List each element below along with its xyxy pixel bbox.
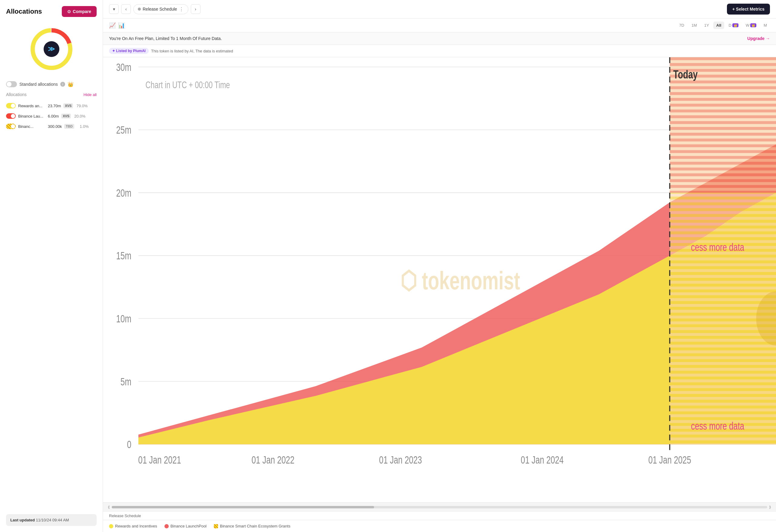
tab-dot [138, 8, 141, 11]
legend-label-ecosystem: Binance Smart Chain Ecosystem Grants [220, 524, 290, 528]
donut-chart-wrapper: ≫ [6, 22, 96, 76]
time-m[interactable]: M [761, 21, 770, 29]
launchpool-toggle[interactable] [6, 113, 16, 119]
svg-text:cess more data: cess more data [691, 420, 744, 432]
time-all[interactable]: All [713, 21, 725, 29]
crown-icon: 👑 [67, 81, 73, 87]
legend-item-launchpool: Binance LaunchPool [165, 524, 207, 528]
release-schedule-tab[interactable]: Release Schedule ⋮ [133, 4, 188, 14]
launchpool-name: Binance Lau... [18, 114, 45, 119]
chart-area: 30m 25m 20m 15m 10m 5m 0 Chart in UTC + … [103, 57, 776, 502]
svg-text:01 Jan 2024: 01 Jan 2024 [521, 454, 564, 466]
ecosystem-pct: 1.0% [76, 124, 89, 129]
legend-label-rewards: Rewards and Incentives [115, 524, 157, 528]
rewards-badge: XVS [63, 103, 73, 108]
ecosystem-toggle[interactable] [6, 124, 16, 129]
time-filters: 7D 1M 1Y All D 👑 W 👑 M [676, 21, 770, 29]
svg-text:Today: Today [673, 68, 698, 81]
scroll-bar-area: ⟪ ⟫ [103, 502, 776, 511]
scroll-thumb[interactable] [112, 506, 374, 508]
tab-label: Release Schedule [143, 7, 177, 11]
launchpool-badge: XVS [61, 114, 71, 119]
allocation-item-rewards: Rewards an... 23.70m XVS 79.0% [6, 101, 96, 111]
launchpool-pct: 20.0% [73, 114, 85, 119]
svg-text:25m: 25m [116, 124, 132, 136]
svg-text:10m: 10m [116, 313, 132, 325]
svg-text:20m: 20m [116, 187, 132, 199]
rewards-pct: 79.0% [75, 104, 87, 108]
ecosystem-value: 300.00k [48, 124, 62, 129]
chart-svg: 30m 25m 20m 15m 10m 5m 0 Chart in UTC + … [103, 57, 776, 502]
last-updated-bar: Last updated 11/10/24 09:44 AM [6, 514, 96, 526]
bar-chart-icon[interactable]: 📊 [118, 22, 125, 29]
compare-icon: ⊙ [67, 9, 71, 14]
left-panel: Allocations ⊙ Compare ≫ Standard allocat… [0, 0, 103, 532]
legend-dot-launchpool [165, 524, 169, 528]
plum-badge: ✦ Listed by PlumAI [109, 48, 149, 54]
standard-allocations-toggle[interactable] [6, 81, 17, 87]
notice-text: You're On An Free Plan, Limited To 1 Mon… [109, 36, 222, 41]
svg-text:01 Jan 2022: 01 Jan 2022 [252, 454, 295, 466]
prev-button[interactable]: ‹ [121, 4, 131, 14]
allocations-header: Allocations Hide all [6, 92, 96, 97]
rewards-name: Rewards an... [18, 104, 45, 108]
select-metrics-button[interactable]: + Select Metrics [727, 4, 770, 15]
allocations-section-label: Allocations [6, 92, 27, 97]
svg-text:cess more data: cess more data [691, 241, 744, 253]
chart-icons: 📈 📊 [109, 22, 125, 29]
compare-button[interactable]: ⊙ Compare [62, 6, 96, 17]
svg-text:5m: 5m [121, 376, 132, 388]
svg-text:01 Jan 2023: 01 Jan 2023 [379, 454, 422, 466]
page-title: Allocations [6, 8, 42, 15]
last-updated-label: Last updated [10, 518, 35, 522]
top-bar-left: ▾ ‹ Release Schedule ⋮ › [109, 4, 201, 14]
standard-allocations-row: Standard allocations i 👑 [6, 81, 96, 87]
legend-item-rewards: Rewards and Incentives [109, 524, 157, 528]
legend-item-ecosystem: Binance Smart Chain Ecosystem Grants [214, 524, 290, 528]
svg-text:Chart in UTC + 00:00 Time: Chart in UTC + 00:00 Time [145, 80, 230, 90]
ecosystem-badge: TBD [64, 124, 74, 129]
svg-text:01 Jan 2025: 01 Jan 2025 [648, 454, 691, 466]
svg-text:0: 0 [127, 438, 131, 451]
ecosystem-name: Binanc... [18, 124, 45, 129]
hide-all-button[interactable]: Hide all [83, 93, 96, 97]
time-w-crown[interactable]: W 👑 [743, 21, 759, 29]
standard-allocations-label: Standard allocations [19, 82, 58, 86]
left-header: Allocations ⊙ Compare [6, 6, 96, 17]
upgrade-link[interactable]: Upgrade → [747, 36, 770, 41]
area-chart-icon[interactable]: 📈 [109, 22, 116, 29]
right-panel: ▾ ‹ Release Schedule ⋮ › + Select Metric… [103, 0, 776, 532]
crown-badge-d: 👑 [732, 23, 739, 27]
donut-chart: ≫ [27, 25, 76, 73]
scroll-handle-right[interactable]: ⟫ [767, 505, 773, 509]
legend-label-launchpool: Binance LaunchPool [171, 524, 207, 528]
notice-bar: You're On An Free Plan, Limited To 1 Mon… [103, 32, 776, 45]
tab-more-icon: ⋮ [179, 6, 184, 12]
ai-notice-text: This token is listed by AI, The data is … [151, 49, 233, 53]
rewards-toggle[interactable] [6, 103, 16, 109]
allocation-item-ecosystem: Binanc... 300.00k TBD 1.0% [6, 121, 96, 132]
svg-text:01 Jan 2021: 01 Jan 2021 [138, 454, 181, 466]
token-symbol: ≫ [48, 45, 55, 53]
dropdown-button[interactable]: ▾ [109, 4, 119, 14]
launchpool-value: 6.00m [48, 114, 59, 119]
time-7d[interactable]: 7D [676, 21, 687, 29]
info-icon[interactable]: i [60, 82, 65, 86]
next-button[interactable]: › [191, 4, 201, 14]
ai-notice: ✦ Listed by PlumAI This token is listed … [103, 45, 776, 57]
scroll-handle-left[interactable]: ⟪ [106, 505, 112, 509]
chart-toolbar: 📈 📊 7D 1M 1Y All D 👑 W 👑 M [103, 18, 776, 32]
time-d-crown[interactable]: D 👑 [726, 21, 741, 29]
allocation-item-launchpool: Binance Lau... 6.00m XVS 20.0% [6, 111, 96, 121]
rewards-value: 23.70m [48, 104, 61, 108]
scroll-track[interactable] [112, 506, 767, 508]
svg-text:⬡ tokenomist: ⬡ tokenomist [400, 267, 520, 295]
crown-badge-w: 👑 [750, 23, 756, 27]
time-1y[interactable]: 1Y [701, 21, 712, 29]
legend-dot-ecosystem [214, 524, 218, 528]
last-updated-value: 11/10/24 09:44 AM [36, 518, 69, 522]
release-schedule-label: Release Schedule [103, 511, 776, 520]
time-1m[interactable]: 1M [689, 21, 700, 29]
top-bar: ▾ ‹ Release Schedule ⋮ › + Select Metric… [103, 0, 776, 18]
token-icon: ≫ [44, 41, 59, 57]
